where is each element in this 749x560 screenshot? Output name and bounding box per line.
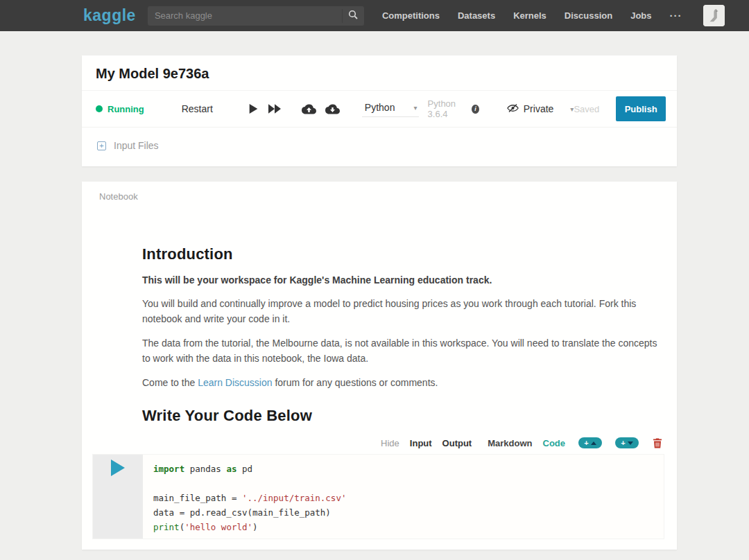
kernel-toolbar: Running Restart [82,91,677,127]
language-value: Python [365,102,395,113]
kernel-title: My Model 9e736a [96,66,663,82]
code-token: '../input/train.csv' [242,493,347,503]
visibility-select[interactable]: Private ▾ [507,103,574,115]
code-token: pandas [184,464,226,474]
saved-status: Saved [574,104,599,114]
intro-lead-paragraph: This will be your workspace for Kaggle's… [142,274,663,286]
plus-icon: + [584,439,588,447]
markdown-toggle[interactable]: Markdown [488,438,532,448]
trash-icon [653,438,662,448]
language-select[interactable]: Python ▾ [362,100,419,117]
arrow-down-icon [628,441,633,445]
code-token: import [153,464,184,474]
code-line: import pandas as pd [153,462,664,476]
more-menu-icon[interactable]: ··· [670,10,682,21]
expand-plus-icon[interactable]: + [97,141,106,150]
nav-item-datasets[interactable]: Datasets [458,10,495,21]
top-navbar: kaggle Competitions Datasets Kernels Dis… [0,0,749,31]
user-avatar[interactable] [703,5,725,26]
code-line [153,476,664,491]
tab-notebook[interactable]: Notebook [82,182,677,202]
restart-button[interactable]: Restart [182,103,213,114]
add-cell-below-button[interactable]: + [615,437,639,448]
search-box [148,6,364,26]
notebook-card: Notebook Introduction This will be your … [82,182,677,550]
nav-item-discussion[interactable]: Discussion [565,10,612,21]
cloud-upload-icon[interactable] [302,104,316,114]
nav-item-kernels[interactable]: Kernels [513,10,546,21]
code-token: print [153,522,180,532]
input-toggle[interactable]: Input [410,438,432,448]
delete-cell-button[interactable] [653,438,662,448]
page: kaggle Competitions Datasets Kernels Dis… [0,0,749,560]
forum-text-prefix: Come to the [142,377,198,388]
code-toggle[interactable]: Code [543,438,566,448]
nav-links: Competitions Datasets Kernels Discussion… [382,10,682,21]
add-cell-above-button[interactable]: + [578,437,602,448]
paragraph-build: You will build and continually improve a… [142,296,663,326]
code-line: data = pd.read_csv(main_file_path) [153,505,664,520]
code-line: print('hello world') [153,520,664,534]
arrow-up-icon [591,441,596,445]
forum-text-suffix: forum for any questions or comments. [273,377,438,388]
status-label: Running [107,104,144,114]
learn-discussion-link[interactable]: Learn Discussion [198,377,272,388]
code-token: pd [236,464,252,474]
input-files-label: Input Files [114,140,159,151]
status-badge: Running [96,104,144,114]
nav-item-jobs[interactable]: Jobs [630,10,651,21]
notebook-content: Introduction This will be your workspace… [82,202,677,448]
hide-button[interactable]: Hide [381,438,399,448]
code-token: ) [252,522,258,532]
visibility-value: Private [524,103,554,114]
code-editor[interactable]: import pandas as pd main_file_path = '..… [143,455,664,539]
running-status-icon [96,105,103,112]
search-input[interactable] [148,6,342,26]
run-cell-icon[interactable] [249,104,258,114]
publish-button[interactable]: Publish [616,96,666,121]
code-token: 'hello world' [184,522,252,532]
chevron-down-icon: ▾ [414,104,417,112]
run-cell-play-button[interactable] [109,460,127,478]
language-version: Python 3.6.4 i [428,98,479,119]
plus-icon: + [621,439,625,447]
code-token: data = pd.read_csv(main_file_path) [153,507,331,518]
paragraph-forum: Come to the Learn Discussion forum for a… [142,375,663,390]
cell-toolbar: Hide Input Output Markdown Code + + [142,437,662,448]
kernel-header-card: My Model 9e736a Running Restart [82,55,677,166]
paragraph-data: The data from the tutorial, the Melbourn… [142,335,663,366]
code-section-heading: Write Your Code Below [142,407,663,425]
code-token: main_file_path = [153,493,242,503]
intro-heading: Introduction [142,245,663,263]
version-label: Python 3.6.4 [428,98,468,119]
cloud-download-icon[interactable] [325,104,340,114]
run-all-icon[interactable] [268,104,281,114]
search-button[interactable] [342,9,364,23]
code-cell: import pandas as pd main_file_path = '..… [92,454,664,539]
eye-slash-icon [507,103,519,115]
info-icon[interactable]: i [472,105,479,114]
input-files-section[interactable]: + Input Files [82,127,677,164]
code-token: as [226,464,236,474]
search-icon [348,10,358,22]
cell-gutter [93,455,143,539]
title-row: My Model 9e736a [82,55,677,91]
output-toggle[interactable]: Output [442,438,472,448]
nav-item-competitions[interactable]: Competitions [382,10,440,21]
code-line: main_file_path = '../input/train.csv' [153,491,664,505]
kaggle-logo[interactable]: kaggle [83,6,136,25]
